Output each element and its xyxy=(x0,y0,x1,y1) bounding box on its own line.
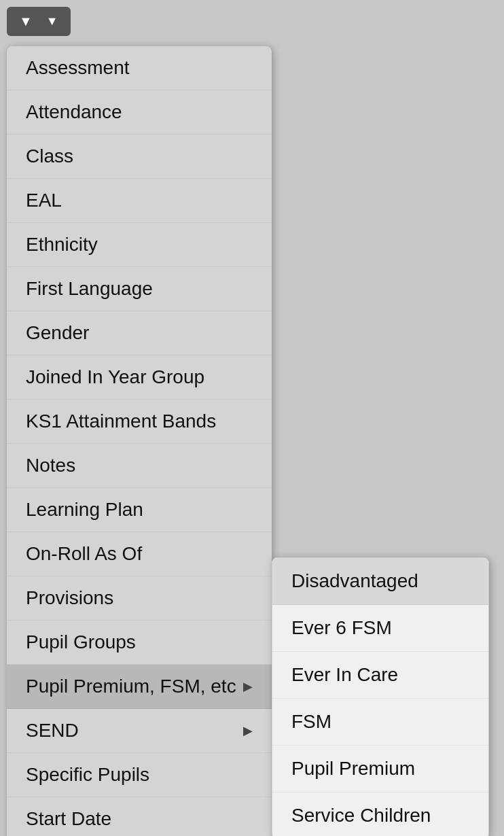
filter-pupils-button[interactable]: ▼ ▼ xyxy=(7,7,71,36)
menu-item-gender[interactable]: Gender xyxy=(7,311,272,355)
menu-item-ethnicity[interactable]: Ethnicity xyxy=(7,223,272,267)
menu-item-notes[interactable]: Notes xyxy=(7,444,272,488)
menu-item-joined-in-year-group[interactable]: Joined In Year Group xyxy=(7,355,272,400)
filter-icon: ▼ xyxy=(19,14,33,29)
menu-item-label-provisions: Provisions xyxy=(26,587,113,609)
submenu-item-ever-in-care[interactable]: Ever In Care xyxy=(272,652,488,699)
menu-item-specific-pupils[interactable]: Specific Pupils xyxy=(7,753,272,797)
submenu-arrow-icon-send: ▶ xyxy=(243,723,253,738)
menu-item-label-pupil-groups: Pupil Groups xyxy=(26,631,136,653)
menu-item-send[interactable]: SEND▶ xyxy=(7,709,272,753)
menu-item-on-roll-as-of[interactable]: On-Roll As Of xyxy=(7,532,272,576)
menu-item-start-date[interactable]: Start Date xyxy=(7,797,272,836)
menu-item-pupil-groups[interactable]: Pupil Groups xyxy=(7,621,272,665)
menu-item-label-on-roll-as-of: On-Roll As Of xyxy=(26,543,142,565)
dropdown-arrow-icon: ▼ xyxy=(46,14,58,29)
menu-item-label-class: Class xyxy=(26,145,73,167)
menu-item-label-pupil-premium-fsm: Pupil Premium, FSM, etc xyxy=(26,676,236,697)
main-dropdown-menu: AssessmentAttendanceClassEALEthnicityFir… xyxy=(7,46,272,836)
menu-item-label-notes: Notes xyxy=(26,455,75,476)
submenu-item-disadvantaged[interactable]: Disadvantaged xyxy=(272,558,488,605)
menu-item-label-gender: Gender xyxy=(26,322,89,344)
submenu-item-pupil-premium[interactable]: Pupil Premium xyxy=(272,746,488,793)
menu-item-label-start-date: Start Date xyxy=(26,808,111,830)
menu-item-label-specific-pupils: Specific Pupils xyxy=(26,764,149,786)
menu-item-label-learning-plan: Learning Plan xyxy=(26,499,143,521)
menu-item-label-send: SEND xyxy=(26,720,79,742)
menu-item-provisions[interactable]: Provisions xyxy=(7,576,272,621)
menu-item-eal[interactable]: EAL xyxy=(7,179,272,223)
menu-item-label-ethnicity: Ethnicity xyxy=(26,234,98,256)
menu-item-label-ks1-attainment-bands: KS1 Attainment Bands xyxy=(26,411,216,432)
pupil-premium-submenu: DisadvantagedEver 6 FSMEver In CareFSMPu… xyxy=(272,557,489,836)
menu-item-label-eal: EAL xyxy=(26,190,62,211)
submenu-arrow-icon-pupil-premium-fsm: ▶ xyxy=(243,679,253,694)
menu-item-assessment[interactable]: Assessment xyxy=(7,46,272,90)
menu-item-label-attendance: Attendance xyxy=(26,101,122,123)
menu-item-label-assessment: Assessment xyxy=(26,57,130,79)
menu-item-attendance[interactable]: Attendance xyxy=(7,90,272,135)
menu-item-class[interactable]: Class xyxy=(7,135,272,179)
menu-item-label-joined-in-year-group: Joined In Year Group xyxy=(26,366,204,388)
menu-item-first-language[interactable]: First Language xyxy=(7,267,272,311)
menu-item-label-first-language: First Language xyxy=(26,278,153,300)
submenu-item-ever-6-fsm[interactable]: Ever 6 FSM xyxy=(272,605,488,652)
submenu-item-fsm[interactable]: FSM xyxy=(272,699,488,746)
submenu-item-service-children[interactable]: Service Children xyxy=(272,793,488,836)
menu-item-pupil-premium-fsm[interactable]: Pupil Premium, FSM, etc▶ xyxy=(7,665,272,709)
menu-item-ks1-attainment-bands[interactable]: KS1 Attainment Bands xyxy=(7,400,272,444)
menu-item-learning-plan[interactable]: Learning Plan xyxy=(7,488,272,532)
